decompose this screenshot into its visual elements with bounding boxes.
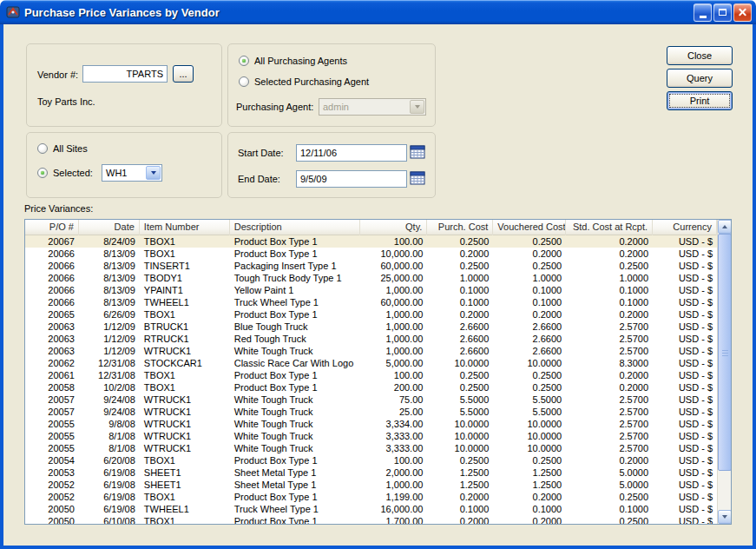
table-row[interactable]: 200558/1/08WTRUCK1White Tough Truck3,333… (25, 430, 717, 442)
table-row[interactable]: 200668/13/09TWHEEL1Truck Wheel Type 160,… (25, 296, 717, 308)
table-cell: Tough Truck Body Type 1 (230, 272, 360, 284)
start-date-input[interactable] (296, 144, 407, 162)
table-row[interactable]: 200506/10/08TBOX1Product Box Type 11,700… (25, 515, 717, 524)
selected-purchasing-agent-radio[interactable]: Selected Purchasing Agent (239, 76, 369, 87)
all-purchasing-agents-radio[interactable]: All Purchasing Agents (239, 56, 347, 66)
table-row[interactable]: 200656/26/09TBOX1Product Box Type 11,000… (25, 308, 717, 321)
table-row[interactable]: 200536/19/08SHEET1Sheet Metal Type 12,00… (25, 466, 717, 479)
vendor-number-label: Vendor #: (37, 69, 78, 80)
all-sites-radio[interactable]: All Sites (37, 143, 88, 154)
selected-site-radio[interactable]: Selected: (37, 168, 93, 178)
table-cell: USD - $ (653, 442, 717, 454)
table-row[interactable]: 200631/12/09RTRUCK1Red Tough Truck1,000.… (25, 333, 717, 345)
scroll-up-button[interactable] (718, 220, 732, 234)
table-cell: USD - $ (653, 235, 717, 248)
table-row[interactable]: 200668/13/09TINSERT1Packaging Insert Typ… (25, 260, 717, 272)
end-date-input[interactable] (296, 170, 407, 188)
table-row[interactable]: 200526/19/08SHEET1Sheet Metal Type 11,00… (25, 479, 717, 491)
site-combobox[interactable]: WH1 (102, 164, 162, 182)
table-row[interactable]: 200526/19/08TBOX1Product Box Type 11,199… (25, 491, 717, 503)
table-cell: 20050 (25, 503, 79, 515)
vendor-number-input[interactable] (82, 65, 168, 83)
table-cell: 0.2000 (427, 491, 493, 503)
table-cell: TBOX1 (140, 248, 230, 260)
table-row[interactable]: 2005810/2/08TBOX1Product Box Type 1200.0… (25, 381, 717, 394)
table-cell: 0.2000 (427, 308, 493, 321)
maximize-button[interactable] (713, 3, 732, 22)
table-cell: 9/24/08 (79, 406, 140, 418)
selected-purchasing-agent-label: Selected Purchasing Agent (254, 76, 369, 87)
table-row[interactable]: 200558/1/08WTRUCK1White Tough Truck3,333… (25, 442, 717, 454)
query-button[interactable]: Query (667, 69, 733, 88)
table-row[interactable]: 2006112/31/08TBOX1Product Box Type 1100.… (25, 369, 717, 381)
table-cell: 6/19/08 (79, 491, 140, 503)
column-header[interactable]: Item Number (140, 220, 230, 235)
table-cell: 1.0000 (493, 272, 566, 284)
purchasing-agents-groupbox: All Purchasing Agents Selected Purchasin… (227, 43, 436, 127)
table-cell: 0.2000 (566, 369, 653, 381)
table-cell: YPAINT1 (140, 284, 230, 296)
start-date-calendar-button[interactable] (409, 144, 426, 160)
close-window-button[interactable] (733, 3, 752, 22)
vendor-browse-button[interactable]: ... (173, 65, 194, 83)
table-row[interactable]: 200579/24/08WTRUCK1White Tough Truck75.0… (25, 394, 717, 406)
chevron-down-icon (151, 171, 156, 175)
price-variances-table: P/O #DateItem NumberDescriptionQty.Purch… (24, 219, 732, 525)
column-header[interactable]: Date (79, 220, 140, 235)
column-header[interactable]: Purch. Cost (427, 220, 493, 235)
column-header[interactable]: Vouchered Cost (493, 220, 566, 235)
table-cell: 5,000.00 (360, 357, 428, 369)
table-cell: 1.2500 (427, 479, 493, 491)
table-row[interactable]: 200559/8/08WTRUCK1White Tough Truck3,334… (25, 418, 717, 430)
table-cell: 3,334.00 (360, 418, 428, 430)
table-cell: 3,333.00 (360, 430, 428, 442)
table-cell: USD - $ (653, 248, 717, 260)
table-row[interactable]: 200668/13/09TBOX1Product Box Type 110,00… (25, 248, 717, 260)
table-cell: Product Box Type 1 (230, 381, 360, 394)
table-cell: 16,000.00 (360, 503, 428, 515)
table-cell: RTRUCK1 (140, 333, 230, 345)
table-cell: SHEET1 (140, 466, 230, 479)
table-cell: 12/31/08 (79, 357, 140, 369)
column-header[interactable]: Std. Cost at Rcpt. (566, 220, 653, 235)
table-cell: 25.00 (360, 406, 428, 418)
calendar-icon (410, 145, 425, 159)
vertical-scrollbar[interactable] (717, 220, 731, 524)
table-cell: 0.2000 (427, 515, 493, 524)
print-button[interactable]: Print (667, 91, 733, 110)
table-row[interactable]: 200668/13/09TBODY1Tough Truck Body Type … (25, 272, 717, 284)
close-button[interactable]: Close (667, 46, 733, 65)
table-row[interactable]: 200546/20/08TBOX1Product Box Type 1100.0… (25, 454, 717, 466)
column-header[interactable]: Qty. (360, 220, 428, 235)
table-cell: USD - $ (653, 369, 717, 381)
table-cell: 0.1000 (566, 284, 653, 296)
table-cell: 2.6600 (493, 321, 566, 333)
end-date-calendar-button[interactable] (409, 170, 426, 186)
column-header[interactable]: P/O # (25, 220, 79, 235)
table-cell: 8/13/09 (79, 296, 140, 308)
table-row[interactable]: 200668/13/09YPAINT1Yellow Paint 11,000.0… (25, 284, 717, 296)
table-row[interactable]: 200631/12/09BTRUCK1Blue Tough Truck1,000… (25, 321, 717, 333)
app-window: Purchase Price Variances by Vendor Vendo… (0, 0, 756, 549)
titlebar[interactable]: Purchase Price Variances by Vendor (0, 0, 756, 24)
table-row[interactable]: 200579/24/08WTRUCK1White Tough Truck25.0… (25, 406, 717, 418)
scroll-down-button[interactable] (718, 510, 732, 524)
table-cell: 2.6600 (427, 333, 493, 345)
table-cell: 0.1000 (566, 296, 653, 308)
scrollbar-thumb[interactable] (718, 234, 732, 471)
table-cell: 20052 (25, 479, 79, 491)
table-cell: 20063 (25, 321, 79, 333)
table-cell: Yellow Paint 1 (230, 284, 360, 296)
table-row[interactable]: 200678/24/09TBOX1Product Box Type 1100.0… (25, 235, 717, 248)
combo-dropdown-button[interactable] (146, 166, 161, 180)
table-row[interactable]: 200506/19/08TWHEEL1Truck Wheel Type 116,… (25, 503, 717, 515)
table-cell: 1.2500 (493, 466, 566, 479)
table-cell: USD - $ (653, 430, 717, 442)
table-cell: 1.0000 (427, 272, 493, 284)
column-header[interactable]: Currency (653, 220, 717, 235)
table-header: P/O #DateItem NumberDescriptionQty.Purch… (25, 220, 717, 235)
minimize-button[interactable] (694, 3, 712, 22)
table-row[interactable]: 2006212/31/08STOCKCAR1Classic Race Car W… (25, 357, 717, 369)
column-header[interactable]: Description (230, 220, 360, 235)
table-row[interactable]: 200631/12/09WTRUCK1White Tough Truck1,00… (25, 345, 717, 357)
